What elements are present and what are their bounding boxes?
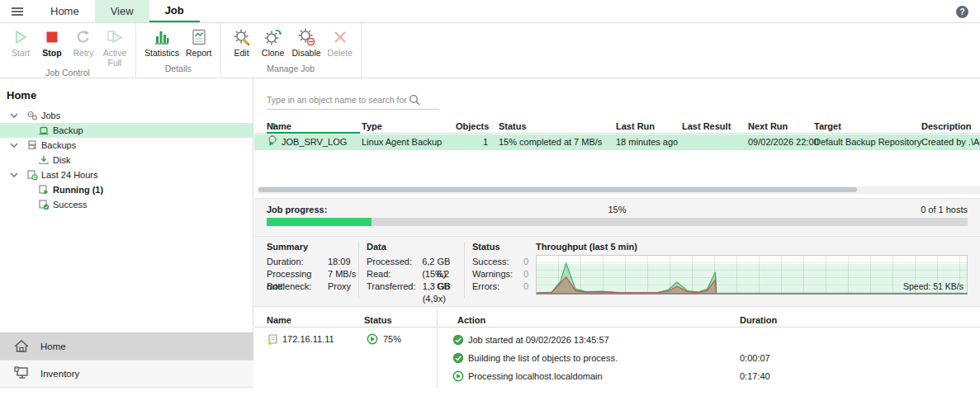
success-check-icon <box>452 352 464 365</box>
tab-home[interactable]: Home <box>35 0 95 22</box>
active-full-icon <box>106 27 124 47</box>
column-header-next-run[interactable]: Next Run <box>748 120 788 134</box>
ribbon-group-label: Manage Job <box>226 64 356 78</box>
nav-item-home[interactable]: Home <box>0 333 253 361</box>
ribbon-group-label: Job Control <box>5 68 130 78</box>
running-jobs-icon <box>37 184 50 196</box>
sidebar-bottom-nav: Home Inventory <box>0 332 253 388</box>
column-header-objects[interactable]: Objects <box>456 120 488 134</box>
read-value: 6,2 GB <box>437 268 464 280</box>
column-header-last-run[interactable]: Last Run <box>616 120 655 134</box>
retry-button[interactable]: Retry <box>68 26 99 58</box>
column-header-status[interactable]: Status <box>364 313 392 328</box>
action-text: Job started at 09/02/2026 13:45:57 <box>468 331 609 349</box>
action-row[interactable]: Building the list of objects to process.… <box>254 349 980 367</box>
search-placeholder: Type in an object name to search for <box>267 95 407 105</box>
errors-label: Errors: <box>472 280 517 293</box>
start-icon <box>12 27 30 47</box>
action-text: Processing localhost.localdomain <box>468 367 603 385</box>
tab-home-label: Home <box>50 5 79 17</box>
sidebar: Home Jobs Backup Backups Disk Last 24 Ho… <box>0 78 253 388</box>
stop-icon <box>43 27 61 47</box>
chevron-down-icon[interactable] <box>8 113 20 119</box>
horizontal-scrollbar[interactable] <box>257 186 980 194</box>
tree-item-success[interactable]: Success <box>0 197 253 212</box>
column-header-description[interactable]: Description <box>921 120 972 134</box>
tree-item-disk[interactable]: Disk <box>0 153 253 167</box>
divider <box>464 242 465 298</box>
action-duration: 0:00:07 <box>740 349 770 367</box>
tree-item-running[interactable]: Running (1) <box>0 182 253 197</box>
status-block: Status Success:0 Warnings:0 Errors:0 <box>472 242 532 293</box>
clone-gear-icon <box>264 27 282 47</box>
start-button[interactable]: Start <box>5 26 36 58</box>
action-row[interactable]: Job started at 09/02/2026 13:45:57 <box>254 331 980 349</box>
main-content: Type in an object name to search for Nam… <box>254 78 980 388</box>
help-icon[interactable]: ? <box>956 6 968 18</box>
details-table-header: Name Status Action Duration <box>254 313 980 328</box>
search-icon[interactable] <box>409 94 420 106</box>
scrollbar-thumb[interactable] <box>258 187 857 192</box>
transferred-value: 1,3 GB (4,9x) <box>423 280 464 293</box>
bottleneck-value: Proxy <box>328 280 351 293</box>
active-full-button[interactable]: ActiveFull <box>99 26 130 68</box>
progress-bar <box>267 218 968 226</box>
warnings-value: 0 <box>517 268 528 280</box>
bottleneck-label: Bottleneck: <box>267 280 328 293</box>
column-header-type[interactable]: Type <box>362 120 382 134</box>
retry-icon <box>74 27 92 47</box>
stop-button[interactable]: Stop <box>36 26 68 58</box>
last-24-hours-icon <box>26 169 38 181</box>
summary-block: Summary Duration:18:09 Processing rate:7… <box>267 242 359 293</box>
report-button[interactable]: Report <box>182 26 215 58</box>
running-status-icon <box>452 370 464 384</box>
divider <box>254 236 980 237</box>
jobs-table-header: Name Type Objects Status Last Run Last R… <box>254 120 980 134</box>
delete-icon <box>331 27 349 47</box>
data-block: Data Processed:6,2 GB (15%) Read:6,2 GB … <box>367 242 464 293</box>
warnings-label: Warnings: <box>472 268 517 280</box>
job-objects: 1 <box>456 134 488 150</box>
column-header-last-result[interactable]: Last Result <box>682 120 731 134</box>
column-header-action[interactable]: Action <box>457 313 485 328</box>
backups-server-icon <box>26 139 38 151</box>
clone-button[interactable]: Clone <box>258 26 289 58</box>
tree-item-last-24-hours[interactable]: Last 24 Hours <box>0 167 253 182</box>
column-header-duration[interactable]: Duration <box>740 313 777 328</box>
action-row[interactable]: Processing localhost.localdomain 0:17:40 <box>254 367 980 385</box>
main-menu-button[interactable] <box>0 0 35 22</box>
search-input[interactable]: Type in an object name to search for <box>267 90 438 110</box>
tab-job-label: Job <box>165 4 184 16</box>
tab-job[interactable]: Job <box>149 0 200 22</box>
disk-icon <box>37 154 50 166</box>
tab-view-label: View <box>111 5 134 17</box>
tree-item-backup[interactable]: Backup <box>0 123 253 138</box>
column-header-name[interactable]: Name <box>267 313 291 328</box>
nav-item-inventory[interactable]: Inventory <box>0 361 253 388</box>
column-header-target[interactable]: Target <box>814 120 841 134</box>
tree-item-backups[interactable]: Backups <box>0 138 253 153</box>
tree-item-jobs[interactable]: Jobs <box>0 108 253 123</box>
job-type: Linux Agent Backup <box>362 134 442 150</box>
home-icon <box>13 339 30 355</box>
edit-gear-icon <box>233 27 251 47</box>
sidebar-title: Home <box>0 78 253 108</box>
success-check-icon <box>452 334 464 347</box>
summary-title: Summary <box>267 242 359 252</box>
statistics-button[interactable]: Statistics <box>141 26 182 58</box>
job-row[interactable]: JOB_SRV_LOG Linux Agent Backup 1 15% com… <box>254 134 980 150</box>
success-label: Success: <box>472 256 517 268</box>
duration-value: 18:09 <box>328 256 351 268</box>
edit-button[interactable]: Edit <box>226 26 258 58</box>
job-target: Default Backup Repository <box>814 134 921 150</box>
report-icon <box>190 27 208 47</box>
column-header-status[interactable]: Status <box>499 120 527 134</box>
errors-value: 0 <box>517 280 528 293</box>
tab-view[interactable]: View <box>95 0 149 22</box>
delete-button[interactable]: Delete <box>324 26 356 58</box>
nav-item-label: Inventory <box>40 369 79 379</box>
disable-button[interactable]: Disable <box>289 26 324 58</box>
chevron-down-icon[interactable] <box>8 143 20 148</box>
chevron-down-icon[interactable] <box>8 172 20 178</box>
processed-label: Processed: <box>367 256 422 268</box>
